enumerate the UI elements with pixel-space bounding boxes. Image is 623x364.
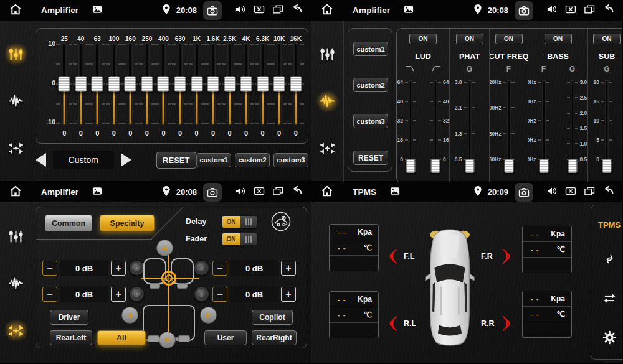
front-right-plus-button[interactable]: + <box>281 261 296 276</box>
eq-band-slider[interactable] <box>271 44 288 124</box>
eq-band-slider[interactable] <box>238 44 255 124</box>
reset-button[interactable]: RESET <box>353 151 388 165</box>
tpms-nav-label[interactable]: TPMS <box>598 220 621 230</box>
back-icon[interactable] <box>290 3 303 18</box>
eq-band-slider[interactable] <box>205 44 222 124</box>
reset-button[interactable]: RESET <box>156 152 196 169</box>
slider-handle[interactable] <box>504 159 513 173</box>
close-window-icon[interactable] <box>564 185 577 200</box>
filter-slider[interactable]: F100Hz90Hz80Hz70Hz60Hz <box>530 80 558 173</box>
eq-band-slider[interactable] <box>73 44 90 124</box>
zone-copilot-button[interactable]: Copilot <box>252 310 293 325</box>
link-icon[interactable] <box>602 252 617 269</box>
filter-on-toggle[interactable]: ON <box>456 34 483 44</box>
slider-handle[interactable] <box>158 77 169 92</box>
eq-band-slider[interactable] <box>122 44 139 124</box>
recent-apps-icon[interactable] <box>583 185 596 200</box>
slider-handle[interactable] <box>125 77 136 92</box>
tab-specialty[interactable]: Specialty <box>100 215 155 231</box>
eq-band-slider[interactable] <box>254 44 271 124</box>
eq-band-slider[interactable] <box>139 44 156 124</box>
preset-prev-button[interactable] <box>36 153 46 167</box>
gallery-icon[interactable] <box>91 185 103 200</box>
camera-button[interactable] <box>515 183 533 202</box>
zone-all-button[interactable]: All <box>97 330 146 345</box>
preset-name[interactable]: Custom <box>53 151 114 169</box>
nudge-up-button[interactable] <box>156 240 173 256</box>
rear-right-plus-button[interactable]: + <box>281 287 296 302</box>
home-icon[interactable] <box>320 184 334 200</box>
front-right-minus-button[interactable]: − <box>212 261 227 276</box>
preset-next-button[interactable] <box>121 153 131 167</box>
camera-button[interactable] <box>515 1 533 20</box>
zone-user-button[interactable]: User <box>204 330 247 345</box>
volume-icon[interactable] <box>234 3 247 18</box>
nav-balance[interactable] <box>6 138 27 159</box>
filter-slider[interactable]: 644832160 <box>399 80 422 173</box>
eq-band-slider[interactable] <box>221 44 238 124</box>
home-icon[interactable] <box>9 2 22 19</box>
filter-slider[interactable]: F120Hz100Hz80Hz60Hz <box>490 80 528 173</box>
eq-band-slider[interactable] <box>106 44 123 124</box>
slider-handle[interactable] <box>273 77 285 92</box>
nav-effects[interactable] <box>317 91 338 112</box>
home-icon[interactable] <box>320 2 334 19</box>
camera-button[interactable] <box>203 183 222 202</box>
gallery-icon[interactable] <box>402 3 415 18</box>
slider-handle[interactable] <box>602 159 612 173</box>
back-icon[interactable] <box>602 3 614 18</box>
recent-apps-icon[interactable] <box>272 185 284 200</box>
fader-toggle[interactable]: ON <box>222 233 257 246</box>
car-audio-icon[interactable] <box>270 211 292 232</box>
filter-on-toggle[interactable]: ON <box>545 34 572 44</box>
slider-handle[interactable] <box>539 159 548 173</box>
nav-effects[interactable] <box>6 91 27 112</box>
custom3-button[interactable]: custom3 <box>273 153 308 167</box>
eq-band-slider[interactable] <box>89 44 106 124</box>
slider-handle[interactable] <box>207 77 219 92</box>
front-left-minus-button[interactable]: − <box>42 261 57 276</box>
recent-apps-icon[interactable] <box>272 3 284 18</box>
rear-left-plus-button[interactable]: + <box>111 287 126 302</box>
gallery-icon[interactable] <box>389 185 401 200</box>
eq-band-slider[interactable] <box>287 44 304 124</box>
slider-handle[interactable] <box>465 159 474 173</box>
slider-handle[interactable] <box>174 77 186 92</box>
nav-effects[interactable] <box>6 273 27 294</box>
slider-handle[interactable] <box>257 77 269 92</box>
slider-handle[interactable] <box>568 159 577 173</box>
slider-handle[interactable] <box>141 77 153 92</box>
nav-balance[interactable] <box>6 320 27 341</box>
camera-button[interactable] <box>203 1 222 20</box>
custom2-button[interactable]: custom2 <box>353 78 388 92</box>
eq-band-slider[interactable] <box>56 44 73 124</box>
tab-common[interactable]: Common <box>45 215 92 231</box>
slider-handle[interactable] <box>431 159 440 173</box>
volume-icon[interactable] <box>546 185 558 200</box>
filter-slider[interactable]: 644832160 <box>424 80 447 173</box>
nudge-right-button[interactable] <box>200 307 217 324</box>
nudge-left-button[interactable] <box>121 307 138 324</box>
zone-rearright-button[interactable]: RearRight <box>252 330 297 345</box>
filter-slider[interactable]: G20151050 <box>591 80 623 173</box>
slider-handle[interactable] <box>240 77 252 92</box>
filter-slider[interactable]: G3.02.52.01.51.00.5 <box>559 80 586 173</box>
close-window-icon[interactable] <box>564 3 577 18</box>
filter-on-toggle[interactable]: ON <box>593 34 621 44</box>
filter-on-toggle[interactable]: ON <box>409 34 437 44</box>
nav-equalizer[interactable] <box>6 44 27 65</box>
nav-equalizer[interactable] <box>317 44 338 65</box>
nav-equalizer[interactable] <box>6 225 27 246</box>
gallery-icon[interactable] <box>91 3 103 18</box>
close-window-icon[interactable] <box>253 3 265 18</box>
filter-on-toggle[interactable]: ON <box>495 34 523 44</box>
eq-band-slider[interactable] <box>188 44 205 124</box>
nudge-down-button[interactable] <box>159 332 176 348</box>
slider-handle[interactable] <box>75 77 87 92</box>
custom3-button[interactable]: custom3 <box>353 114 388 128</box>
front-left-plus-button[interactable]: + <box>111 261 126 276</box>
close-window-icon[interactable] <box>253 185 265 200</box>
slider-handle[interactable] <box>406 159 416 173</box>
custom1-button[interactable]: custom1 <box>353 42 388 56</box>
slider-handle[interactable] <box>290 77 302 92</box>
